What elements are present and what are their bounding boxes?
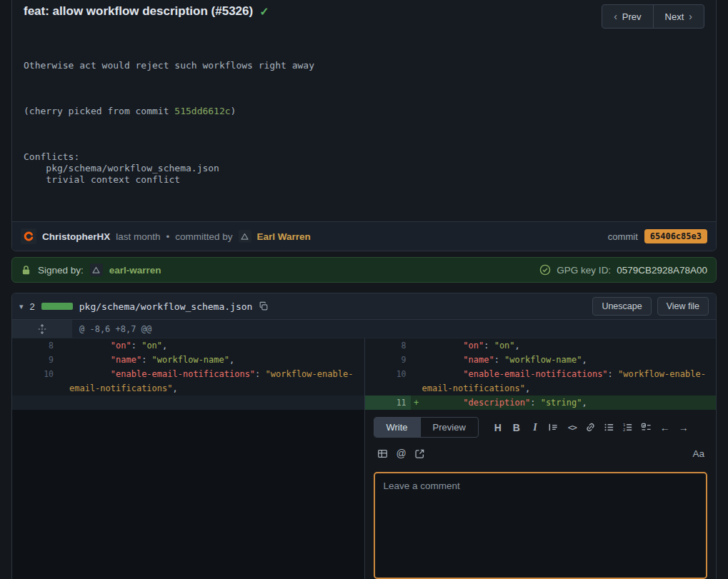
diff-line-number[interactable]: 10 <box>365 367 411 396</box>
diff-cell-left-empty <box>12 410 364 579</box>
undo-button[interactable]: ← <box>656 418 674 437</box>
commit-box: feat: allow workflow description (#5326)… <box>11 0 717 251</box>
diff-code-line[interactable]: "on": "on", <box>69 338 364 353</box>
gpg-info: GPG key ID: 0579CB2928A78A00 <box>539 264 707 276</box>
diff-code-line[interactable]: "on": "on", <box>422 338 717 353</box>
conflict-file: pkg/schema/workflow_schema.json <box>24 163 219 173</box>
diff-row: 9 "name": "workflow-name",9 "name": "wor… <box>12 353 716 367</box>
svg-text:1: 1 <box>623 423 625 427</box>
diff-line-number[interactable]: 9 <box>12 353 58 367</box>
collapse-file-icon[interactable]: ▾ <box>19 302 24 311</box>
diff-code-line[interactable]: "enable-email-notifications": "workflow-… <box>69 367 364 396</box>
cherry-prefix: (cherry picked from commit <box>24 106 174 116</box>
unordered-list-icon <box>604 422 614 433</box>
swirl-avatar <box>23 231 34 242</box>
unescape-button[interactable]: Unescape <box>592 297 651 316</box>
code-button[interactable]: <> <box>563 418 582 437</box>
prev-commit-button[interactable]: ‹ Prev <box>602 4 653 29</box>
comment-textarea[interactable] <box>374 472 708 579</box>
file-change-count: 2 <box>30 301 35 312</box>
cherry-commit-link[interactable]: 515dd6612c <box>174 106 230 116</box>
quote-icon <box>548 422 559 433</box>
diff-row: 8 "on": "on",8 "on": "on", <box>12 338 716 353</box>
view-file-button[interactable]: View file <box>657 297 709 316</box>
editor-toolbar-row-2: @ Aa <box>374 444 708 463</box>
ordered-list-icon: 12 <box>622 422 633 433</box>
diff-file-box: ▾ 2 pkg/schema/workflow_schema.json Unes… <box>11 293 717 579</box>
gpg-key-value: 0579CB2928A78A00 <box>617 265 707 276</box>
diff-line-marker: + <box>411 396 422 410</box>
ordered-list-button[interactable]: 12 <box>619 418 637 437</box>
diff-cell-right: 9 "name": "workflow-name", <box>364 353 717 367</box>
triangle-avatar <box>91 266 101 275</box>
diff-line-number[interactable]: 10 <box>12 367 58 396</box>
inline-comment-editor: Write Preview H B I <> <box>364 410 717 579</box>
diff-cell-left: 10 "enable-email-notifications": "workfl… <box>12 367 364 396</box>
redo-button[interactable]: → <box>674 418 693 437</box>
dot-separator: • <box>166 231 170 242</box>
task-list-button[interactable] <box>637 418 656 437</box>
diff-cell-right: 10 "enable-email-notifications": "workfl… <box>364 367 717 396</box>
unordered-list-button[interactable] <box>600 418 619 437</box>
reference-button[interactable] <box>411 444 429 463</box>
heading-button[interactable]: H <box>489 418 507 437</box>
commit-title: feat: allow workflow description (#5326)… <box>24 4 269 19</box>
mention-button[interactable]: @ <box>392 444 411 463</box>
status-check-icon[interactable]: ✓ <box>259 5 269 19</box>
hunk-header-text: @ -8,6 +8,7 @@ <box>72 320 159 338</box>
diff-cell-right: 8 "on": "on", <box>364 338 717 353</box>
diff-code-line[interactable]: "description": "string", <box>422 396 717 410</box>
editor-toolbar-row-1: Write Preview H B I <> <box>374 417 708 438</box>
file-diff-stat-bar <box>41 303 73 310</box>
avatar[interactable] <box>90 263 103 276</box>
diff-code-line[interactable]: "name": "workflow-name", <box>69 353 364 367</box>
diff-code-line[interactable]: "enable-email-notifications": "workflow-… <box>422 367 717 396</box>
link-button[interactable] <box>582 418 600 437</box>
conflicts-label: Conflicts: <box>24 151 79 162</box>
avatar[interactable] <box>239 230 251 243</box>
commit-message-conflicts: Conflicts: pkg/schema/workflow_schema.js… <box>24 151 704 186</box>
commit-message-body: Otherwise act would reject such workflow… <box>12 36 716 221</box>
diff-line-number[interactable]: 8 <box>12 338 58 353</box>
file-name[interactable]: pkg/schema/workflow_schema.json <box>79 301 253 312</box>
copy-icon[interactable] <box>259 301 269 311</box>
unfold-icon <box>37 324 47 334</box>
next-commit-button[interactable]: Next › <box>653 4 704 29</box>
monospace-toggle-button[interactable]: Aa <box>689 448 707 459</box>
gpg-key-label: GPG key ID: <box>557 265 611 276</box>
commit-hash-badge[interactable]: 65406c85e3 <box>644 229 707 243</box>
tab-preview[interactable]: Preview <box>420 418 478 437</box>
commit-label: commit <box>608 231 638 242</box>
diff-line-marker <box>58 367 69 396</box>
lock-icon <box>21 265 31 276</box>
diff-line-number[interactable]: 8 <box>365 338 411 353</box>
next-label: Next <box>665 11 684 22</box>
expand-hunk-button[interactable] <box>12 320 72 338</box>
inline-comment-row: Write Preview H B I <> <box>12 410 716 579</box>
author-name[interactable]: ChristopherHX <box>42 231 110 242</box>
commit-ref: commit 65406c85e3 <box>608 229 707 243</box>
table-button[interactable] <box>374 444 392 463</box>
tab-write[interactable]: Write <box>374 418 420 437</box>
diff-code-line[interactable]: "name": "workflow-name", <box>422 353 717 367</box>
commit-header: feat: allow workflow description (#5326)… <box>12 0 716 36</box>
committer-name[interactable]: Earl Warren <box>257 231 311 242</box>
commit-author-bar: ChristopherHX last month • committed by … <box>12 221 716 251</box>
commit-title-text: feat: allow workflow description (#5326) <box>24 4 253 19</box>
diff-cell-left: 8 "on": "on", <box>12 338 364 353</box>
diff-line-marker <box>58 353 69 367</box>
diff-line-marker <box>58 338 69 353</box>
signed-by-label: Signed by: <box>38 265 84 276</box>
diff-cell-left: 9 "name": "workflow-name", <box>12 353 364 367</box>
committed-by-label: committed by <box>175 231 232 242</box>
reference-icon <box>414 448 425 459</box>
task-list-icon <box>641 422 652 433</box>
italic-button[interactable]: I <box>526 418 544 437</box>
signer-link[interactable]: earl-warren <box>109 265 161 276</box>
quote-button[interactable] <box>544 418 563 437</box>
avatar[interactable] <box>21 228 36 244</box>
diff-line-number[interactable]: 9 <box>365 353 411 367</box>
diff-line-marker <box>411 353 422 367</box>
bold-button[interactable]: B <box>507 418 526 437</box>
diff-line-number[interactable]: 11 <box>365 396 411 410</box>
